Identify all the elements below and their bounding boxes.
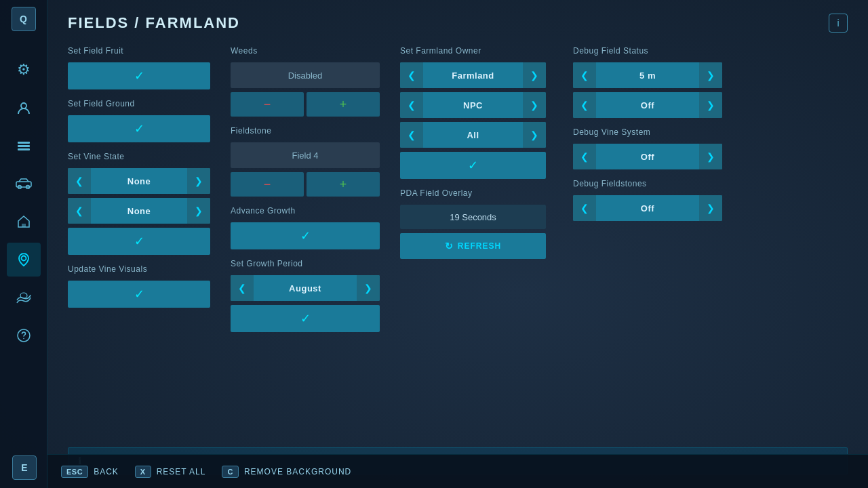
debug-vine-system-left[interactable]: ❮ bbox=[573, 144, 596, 169]
fieldstone-plus-button[interactable]: + bbox=[307, 172, 380, 197]
svg-point-0 bbox=[21, 103, 26, 108]
weeds-group: Weeds Disabled − + bbox=[231, 46, 380, 117]
debug-fieldstones-right[interactable]: ❯ bbox=[699, 195, 722, 221]
page-title: FIELDS / FARMLAND bbox=[68, 14, 240, 32]
vine-state-row1-value: None bbox=[91, 176, 187, 186]
vine-state-confirm-button[interactable]: ✓ bbox=[68, 228, 210, 255]
growth-period-confirm-button[interactable]: ✓ bbox=[231, 305, 380, 332]
set-vine-state-label: Set Vine State bbox=[68, 152, 210, 161]
set-field-ground-group: Set Field Ground ✓ bbox=[68, 99, 210, 142]
farmland-owner-row1-value: Farmland bbox=[423, 70, 523, 81]
set-growth-period-label: Set Growth Period bbox=[231, 259, 380, 268]
farmland-owner-row2-right[interactable]: ❯ bbox=[523, 92, 546, 118]
debug-fieldstones-value: Off bbox=[596, 203, 699, 214]
sidebar-item-help[interactable] bbox=[7, 319, 41, 352]
info-button[interactable]: i bbox=[829, 14, 848, 33]
fieldstone-group: Fieldstone Field 4 − + bbox=[231, 126, 380, 197]
back-action[interactable]: ESC BACK bbox=[61, 466, 119, 478]
debug-field-status-group: Debug Field Status ❮ 5 m ❯ ❮ Off ❯ bbox=[573, 46, 722, 118]
svg-rect-3 bbox=[18, 148, 30, 150]
debug-field-status-row2-value: Off bbox=[596, 100, 699, 110]
weeds-minus-button[interactable]: − bbox=[231, 92, 304, 117]
debug-vine-system-label: Debug Vine System bbox=[573, 127, 722, 137]
weeds-label: Weeds bbox=[231, 46, 380, 56]
svg-rect-2 bbox=[18, 145, 30, 147]
debug-fieldstones-left[interactable]: ❮ bbox=[573, 195, 596, 221]
vine-state-row1-left[interactable]: ❮ bbox=[68, 168, 91, 194]
debug-field-status-row1-right[interactable]: ❯ bbox=[699, 62, 722, 88]
debug-field-status-row1-left[interactable]: ❮ bbox=[573, 62, 596, 88]
debug-field-status-row1: ❮ 5 m ❯ bbox=[573, 62, 722, 88]
update-vine-visuals-group: Update Vine Visuals ✓ bbox=[68, 264, 210, 308]
growth-period-left[interactable]: ❮ bbox=[231, 275, 254, 301]
right-column: Set Farmland Owner ❮ Farmland ❯ ❮ NPC ❯ … bbox=[400, 46, 546, 436]
e-button[interactable]: E bbox=[12, 455, 37, 480]
farmland-owner-row2-left[interactable]: ❮ bbox=[400, 92, 423, 118]
set-vine-state-group: Set Vine State ❮ None ❯ ❮ None ❯ ✓ bbox=[68, 152, 210, 255]
set-field-ground-button[interactable]: ✓ bbox=[68, 115, 210, 142]
vine-state-row2-left[interactable]: ❮ bbox=[68, 198, 91, 224]
remove-background-action[interactable]: C REMOVE BACKGROUND bbox=[222, 466, 351, 478]
pda-field-overlay-group: PDA Field Overlay 19 Seconds ↻ REFRESH bbox=[400, 188, 546, 259]
farmland-owner-row3-left[interactable]: ❮ bbox=[400, 122, 423, 148]
refresh-label: REFRESH bbox=[458, 241, 501, 251]
svg-point-11 bbox=[23, 338, 24, 340]
debug-fieldstones-group: Debug Fieldstones ❮ Off ❯ bbox=[573, 179, 722, 221]
q-button[interactable]: Q bbox=[12, 7, 36, 31]
sidebar-item-home[interactable] bbox=[7, 205, 41, 239]
set-field-fruit-button[interactable]: ✓ bbox=[68, 62, 210, 89]
middle-column: Weeds Disabled − + Fieldstone Field 4 bbox=[231, 46, 380, 436]
vine-state-row2-right[interactable]: ❯ bbox=[187, 198, 210, 224]
farmland-owner-row2: ❮ NPC ❯ bbox=[400, 92, 546, 118]
set-field-ground-label: Set Field Ground bbox=[68, 99, 210, 108]
sidebar-item-inventory[interactable] bbox=[7, 129, 41, 163]
reset-all-action[interactable]: X RESET ALL bbox=[135, 466, 206, 478]
debug-fieldstones-row: ❮ Off ❯ bbox=[573, 195, 722, 221]
debug-vine-system-value: Off bbox=[596, 152, 699, 162]
debug-column: Debug Field Status ❮ 5 m ❯ ❮ Off ❯ Debug… bbox=[573, 46, 722, 436]
content-area: Set Field Fruit ✓ Set Field Ground ✓ Set… bbox=[68, 46, 848, 436]
bottom-bar: ESC BACK X RESET ALL C REMOVE BACKGROUND bbox=[47, 454, 868, 488]
advance-growth-button[interactable]: ✓ bbox=[231, 222, 380, 249]
sidebar: Q ⚙ bbox=[0, 0, 47, 488]
debug-vine-system-right[interactable]: ❯ bbox=[699, 144, 722, 169]
set-field-ground-check: ✓ bbox=[134, 121, 144, 136]
farmland-owner-confirm-button[interactable]: ✓ bbox=[400, 152, 546, 179]
farmland-owner-confirm-check: ✓ bbox=[468, 158, 478, 173]
farmland-owner-row3-right[interactable]: ❯ bbox=[523, 122, 546, 148]
svg-rect-7 bbox=[22, 224, 26, 227]
update-vine-visuals-check: ✓ bbox=[134, 287, 144, 302]
reset-all-key-badge: X bbox=[135, 466, 151, 478]
debug-field-status-row2-right[interactable]: ❯ bbox=[699, 92, 722, 118]
farmland-owner-row1-right[interactable]: ❯ bbox=[523, 62, 546, 88]
growth-period-right[interactable]: ❯ bbox=[357, 275, 380, 301]
set-growth-period-group: Set Growth Period ❮ August ❯ ✓ bbox=[231, 259, 380, 332]
update-vine-visuals-button[interactable]: ✓ bbox=[68, 281, 210, 308]
growth-period-confirm-check: ✓ bbox=[300, 311, 311, 326]
sidebar-item-vehicle[interactable] bbox=[7, 167, 41, 201]
farmland-owner-row1-left[interactable]: ❮ bbox=[400, 62, 423, 88]
sidebar-item-settings[interactable]: ⚙ bbox=[7, 53, 41, 87]
refresh-icon: ↻ bbox=[445, 241, 454, 251]
svg-point-9 bbox=[20, 293, 27, 298]
sidebar-item-map[interactable] bbox=[7, 243, 41, 277]
weeds-plus-button[interactable]: + bbox=[307, 92, 380, 117]
sidebar-item-profile[interactable] bbox=[7, 91, 41, 125]
advance-growth-group: Advance Growth ✓ bbox=[231, 206, 380, 249]
fieldstone-minus-button[interactable]: − bbox=[231, 172, 304, 197]
debug-field-status-label: Debug Field Status bbox=[573, 46, 722, 56]
page-header: FIELDS / FARMLAND i bbox=[68, 14, 848, 33]
debug-field-status-row2-left[interactable]: ❮ bbox=[573, 92, 596, 118]
refresh-button[interactable]: ↻ REFRESH bbox=[400, 233, 546, 259]
fieldstone-minus-icon: − bbox=[264, 178, 271, 192]
remove-background-label: REMOVE BACKGROUND bbox=[244, 467, 351, 476]
debug-vine-system-group: Debug Vine System ❮ Off ❯ bbox=[573, 127, 722, 169]
set-farmland-owner-group: Set Farmland Owner ❮ Farmland ❯ ❮ NPC ❯ … bbox=[400, 46, 546, 179]
reset-all-label: RESET ALL bbox=[157, 467, 206, 476]
set-field-fruit-group: Set Field Fruit ✓ bbox=[68, 46, 210, 89]
main-content: FIELDS / FARMLAND i Set Field Fruit ✓ Se… bbox=[47, 0, 868, 488]
svg-rect-1 bbox=[18, 142, 30, 144]
vine-state-row1-right[interactable]: ❯ bbox=[187, 168, 210, 194]
sidebar-item-environment[interactable] bbox=[7, 281, 41, 314]
pda-field-overlay-label: PDA Field Overlay bbox=[400, 188, 546, 198]
